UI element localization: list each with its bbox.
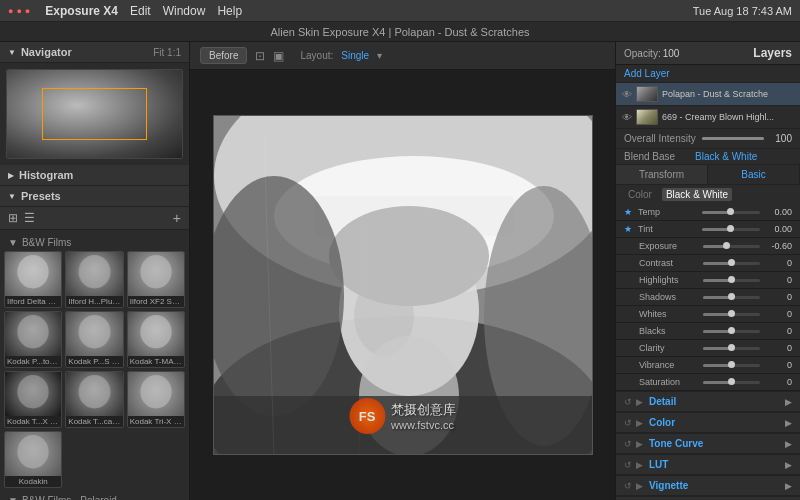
layer-item-2[interactable]: 👁 669 - Creamy Blown Highl...	[616, 106, 800, 129]
preset-item[interactable]: Kodak T...cal Pan	[65, 371, 123, 428]
overall-intensity-value: 100	[770, 133, 792, 144]
canvas-main: FS 梵摄创意库 www.fstvc.cc	[190, 70, 615, 500]
overall-intensity-slider[interactable]	[702, 137, 764, 140]
opacity-value: 100	[663, 48, 680, 59]
preset-item[interactable]: Kodak P...S X 125	[65, 311, 123, 368]
section-overlays[interactable]: ↺ ▶ Overlays ▶	[616, 496, 800, 500]
param-slider-fill-exposure	[703, 245, 727, 248]
layer-name-2: 669 - Creamy Blown Highl...	[662, 112, 794, 122]
view-icon-2[interactable]: ▣	[273, 49, 284, 63]
param-slider-tint[interactable]	[702, 228, 760, 231]
navigator-title: Navigator	[21, 46, 72, 58]
param-slider-vibrance[interactable]	[703, 364, 760, 367]
section-lut[interactable]: ↺ ▶ LUT ▶	[616, 454, 800, 475]
right-panel: Opacity: 100 Layers Add Layer 👁 Polapan …	[615, 42, 800, 500]
navigator-triangle: ▼	[8, 48, 16, 57]
arrow-icon-lut: ▶	[636, 460, 643, 470]
param-slider-fill-temp	[702, 211, 731, 214]
list-icon[interactable]: ☰	[24, 211, 35, 225]
view-icon-1[interactable]: ⊡	[255, 49, 265, 63]
histogram-header[interactable]: ▶ Histogram	[0, 165, 189, 186]
preset-label: Kodak T-MAX 100	[128, 356, 184, 367]
preset-item[interactable]: Kodakin	[4, 431, 62, 488]
menu-window[interactable]: Window	[163, 4, 206, 18]
param-slider-exposure[interactable]	[703, 245, 760, 248]
param-row-temp: ★ Temp 0.00	[616, 204, 800, 221]
section-tabs: Transform Basic	[616, 165, 800, 185]
tab-transform[interactable]: Transform	[616, 165, 708, 184]
blend-base-value[interactable]: Black & White	[695, 151, 757, 162]
add-preset-button[interactable]: +	[173, 210, 181, 226]
arrow-icon-vignette: ▶	[636, 481, 643, 491]
preset-thumb	[128, 372, 184, 416]
param-value-vibrance: 0	[764, 360, 792, 370]
layer-item-1[interactable]: 👁 Polapan - Dust & Scratche	[616, 83, 800, 106]
overall-intensity-fill	[702, 137, 764, 140]
param-slider-fill-blacks	[703, 330, 732, 333]
presets-header[interactable]: ▼ Presets	[0, 186, 189, 207]
preset-item[interactable]: Kodak T...X P3200	[4, 371, 62, 428]
layers-title: Layers	[753, 46, 792, 60]
canvas-area: Before ⊡ ▣ Layout: Single ▾	[190, 42, 615, 500]
add-layer-button[interactable]: Add Layer	[616, 65, 800, 83]
preset-label: Ilford H...Plus 400	[66, 296, 122, 307]
tab-basic[interactable]: Basic	[708, 165, 800, 184]
preset-item[interactable]: Kodak Tri-X 400	[127, 371, 185, 428]
layout-value[interactable]: Single	[341, 50, 369, 61]
menu-edit[interactable]: Edit	[130, 4, 151, 18]
param-slider-saturation[interactable]	[703, 381, 760, 384]
param-label-vibrance: Vibrance	[639, 360, 699, 370]
section-color[interactable]: ↺ ▶ Color ▶	[616, 412, 800, 433]
layout-label: Layout:	[300, 50, 333, 61]
param-label-temp: Temp	[638, 207, 698, 217]
preset-item[interactable]: Kodak T-MAX 100	[127, 311, 185, 368]
param-slider-clarity[interactable]	[703, 347, 760, 350]
param-row-exposure: Exposure -0.60	[616, 238, 800, 255]
param-slider-blacks[interactable]	[703, 330, 760, 333]
reset-icon-tonecurve: ↺	[624, 439, 632, 449]
preset-item[interactable]: Ilford H...Plus 400	[65, 251, 123, 308]
color-tab[interactable]: Color	[624, 188, 656, 201]
eye-icon-2[interactable]: 👁	[622, 112, 632, 123]
bw-tab[interactable]: Black & White	[662, 188, 732, 201]
preset-item[interactable]: Ilford Delta 3200	[4, 251, 62, 308]
preset-thumb	[5, 252, 61, 296]
param-slider-whites[interactable]	[703, 313, 760, 316]
preset-thumb	[66, 252, 122, 296]
param-row-vibrance: Vibrance 0	[616, 357, 800, 374]
param-slider-shadows[interactable]	[703, 296, 760, 299]
section-vignette-arrow: ▶	[785, 481, 792, 491]
section-tonecurve-arrow: ▶	[785, 439, 792, 449]
preset-thumb	[128, 312, 184, 356]
navigator-header[interactable]: ▼ Navigator Fit 1:1	[0, 42, 189, 63]
preset-label: Kodak T...cal Pan	[66, 416, 122, 427]
grid-icon[interactable]: ⊞	[8, 211, 18, 225]
section-vignette[interactable]: ↺ ▶ Vignette ▶	[616, 475, 800, 496]
color-bw-tabs: Color Black & White	[616, 185, 800, 204]
preset-label: Kodak P...tomic X	[5, 356, 61, 367]
preset-item[interactable]: Ilford XF2 Super	[127, 251, 185, 308]
preset-item[interactable]: Kodak P...tomic X	[4, 311, 62, 368]
eye-icon-1[interactable]: 👁	[622, 89, 632, 100]
param-slider-fill-clarity	[703, 347, 732, 350]
section-tonecurve[interactable]: ↺ ▶ Tone Curve ▶	[616, 433, 800, 454]
param-slider-highlights[interactable]	[703, 279, 760, 282]
section-detail-arrow: ▶	[785, 397, 792, 407]
section-detail[interactable]: ↺ ▶ Detail ▶	[616, 391, 800, 412]
before-button[interactable]: Before	[200, 47, 247, 64]
param-slider-fill-shadows	[703, 296, 732, 299]
reset-icon-color: ↺	[624, 418, 632, 428]
blend-base-row: Blend Base Black & White	[616, 149, 800, 165]
layer-thumb-1	[636, 86, 658, 102]
preset-thumb	[66, 372, 122, 416]
param-value-highlights: 0	[764, 275, 792, 285]
param-slider-temp[interactable]	[702, 211, 760, 214]
clock: Tue Aug 18 7:43 AM	[693, 5, 792, 17]
blend-base-label: Blend Base	[624, 151, 689, 162]
section-detail-label: Detail	[649, 396, 676, 407]
param-value-shadows: 0	[764, 292, 792, 302]
param-row-shadows: Shadows 0	[616, 289, 800, 306]
param-row-highlights: Highlights 0	[616, 272, 800, 289]
param-slider-contrast[interactable]	[703, 262, 760, 265]
menu-help[interactable]: Help	[217, 4, 242, 18]
